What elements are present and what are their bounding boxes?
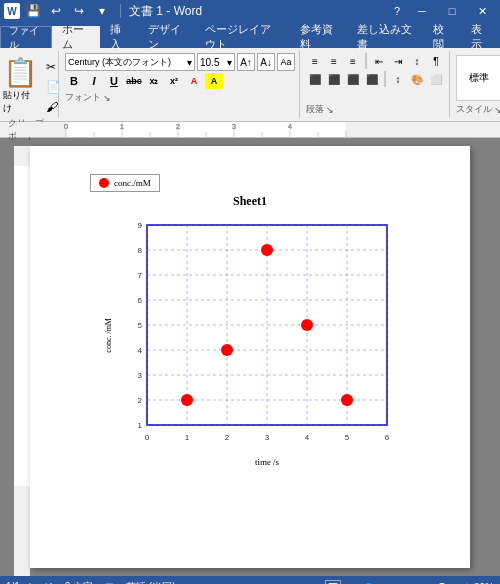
svg-text:2: 2 — [137, 396, 142, 405]
paste-button[interactable]: 📋 貼り付け — [0, 57, 42, 117]
style-normal-button[interactable]: 標準 — [456, 55, 500, 101]
page[interactable]: conc./mM Sheet1 conc. /mM — [30, 146, 470, 568]
svg-text:4: 4 — [304, 433, 309, 442]
sort-button[interactable]: ↕ — [408, 53, 426, 69]
svg-text:1: 1 — [184, 433, 189, 442]
help-button[interactable]: ? — [394, 5, 400, 17]
shrink-font-button[interactable]: A↓ — [257, 53, 275, 71]
chart-container: Sheet1 conc. /mM — [60, 194, 440, 467]
paragraph-label-row: 段落 ↘ — [306, 103, 445, 116]
tab-insert[interactable]: 挿入 — [100, 26, 139, 48]
tab-review[interactable]: 校閲 — [423, 26, 462, 48]
status-right: ⬜ 📖 🌐 ─ + 80% — [325, 579, 494, 584]
bold-button[interactable]: B — [65, 73, 83, 89]
redo-qa-button[interactable]: ↪ — [69, 2, 89, 20]
show-formatting-button[interactable]: ¶ — [427, 53, 445, 69]
title-bar-left: W 💾 ↩ ↪ ▾ 文書 1 - Word — [4, 2, 202, 20]
paragraph-row1: ≡ ≡ ≡ ⇤ ⇥ ↕ ¶ — [306, 53, 445, 69]
data-point-1 — [181, 394, 193, 406]
line-spacing-button[interactable]: ↕ — [389, 71, 407, 87]
svg-text:8: 8 — [137, 246, 142, 255]
grow-font-button[interactable]: A↑ — [237, 53, 255, 71]
ruler-svg: 0 1 2 3 4 — [16, 122, 500, 138]
bullet-list-button[interactable]: ≡ — [306, 53, 324, 69]
minimize-button[interactable]: ─ — [408, 0, 436, 22]
justify-button[interactable]: ⬛ — [363, 71, 381, 87]
vruler-svg — [14, 146, 30, 576]
legend-dot — [99, 178, 109, 188]
text-color-button[interactable]: A — [185, 73, 203, 89]
font-size-arrow: ▾ — [227, 57, 232, 68]
align-left-button[interactable]: ⬛ — [306, 71, 324, 87]
language-indicator: 英語 (米国) — [126, 580, 175, 584]
y-axis-label: conc. /mM — [104, 318, 113, 353]
tab-design[interactable]: デザイン — [138, 26, 195, 48]
numbered-list-button[interactable]: ≡ — [325, 53, 343, 69]
page-indicator: 1/1 ページ — [6, 580, 53, 584]
svg-text:3: 3 — [232, 123, 236, 130]
save-qa-button[interactable]: 💾 — [23, 2, 43, 20]
align-right-button[interactable]: ⬛ — [344, 71, 362, 87]
font-size-combo[interactable]: 10.5 ▾ — [197, 53, 235, 71]
svg-text:7: 7 — [137, 271, 142, 280]
svg-text:1: 1 — [137, 421, 142, 430]
tab-layout[interactable]: ページレイアウト — [195, 26, 289, 48]
chart-svg: 9 8 7 6 5 4 3 2 1 0 1 2 3 4 5 — [117, 215, 397, 455]
italic-button[interactable]: I — [85, 73, 103, 89]
underline-button[interactable]: U — [105, 73, 123, 89]
align-center-button[interactable]: ⬛ — [325, 71, 343, 87]
restore-button[interactable]: □ — [438, 0, 466, 22]
clipboard-group: 📋 貼り付け ✂ 📄 🖌 クリップボード ↘ — [4, 51, 59, 118]
tab-references[interactable]: 参考資料 — [290, 26, 347, 48]
svg-text:2: 2 — [224, 433, 229, 442]
font-group: Century (本文のフォント) ▾ 10.5 ▾ A↑ A↓ Aa B I … — [61, 51, 300, 118]
styles-expand-icon[interactable]: ↘ — [494, 105, 500, 115]
clear-format-button[interactable]: Aa — [277, 53, 295, 71]
data-point-5 — [341, 394, 353, 406]
shading-button[interactable]: 🎨 — [408, 71, 426, 87]
decrease-indent-button[interactable]: ⇤ — [370, 53, 388, 69]
svg-text:6: 6 — [137, 296, 142, 305]
svg-text:2: 2 — [176, 123, 180, 130]
separator1 — [365, 53, 367, 69]
font-row1: Century (本文のフォント) ▾ 10.5 ▾ A↑ A↓ Aa — [65, 53, 295, 71]
svg-text:9: 9 — [137, 221, 142, 230]
clipboard-content: 📋 貼り付け ✂ 📄 🖌 — [0, 53, 63, 117]
tab-view[interactable]: 表示 — [461, 26, 500, 48]
border-button[interactable]: ⬜ — [427, 71, 445, 87]
strikethrough-button[interactable]: abc — [125, 73, 143, 89]
ribbon: 📋 貼り付け ✂ 📄 🖌 クリップボード ↘ Century (本文のフォント)… — [0, 48, 500, 122]
svg-text:5: 5 — [344, 433, 349, 442]
window-controls: ─ □ ✕ — [408, 0, 496, 22]
chart-area: conc. /mM — [104, 215, 397, 455]
svg-text:6: 6 — [384, 433, 389, 442]
styles-label-row: スタイル ↘ — [456, 103, 500, 116]
read-view-button[interactable]: 📖 — [343, 580, 359, 584]
document-area: conc./mM Sheet1 conc. /mM — [0, 138, 500, 576]
font-name-combo[interactable]: Century (本文のフォント) ▾ — [65, 53, 195, 71]
font-label-row: フォント ↘ — [65, 91, 295, 104]
print-view-button[interactable]: ⬜ — [325, 580, 341, 584]
multilevel-list-button[interactable]: ≡ — [344, 53, 362, 69]
window-title: 文書 1 - Word — [129, 3, 202, 20]
zoom-minus-button[interactable]: ─ — [387, 579, 397, 584]
paragraph-row2: ⬛ ⬛ ⬛ ⬛ ↕ 🎨 ⬜ — [306, 71, 445, 87]
close-button[interactable]: ✕ — [468, 0, 496, 22]
data-point-3 — [261, 244, 273, 256]
status-left: 1/1 ページ 0 文字 ☑ 英語 (米国) — [6, 580, 175, 584]
highlight-button[interactable]: A — [205, 73, 223, 89]
superscript-button[interactable]: x² — [165, 73, 183, 89]
zoom-plus-button[interactable]: + — [463, 579, 471, 584]
subscript-button[interactable]: x₂ — [145, 73, 163, 89]
increase-indent-button[interactable]: ⇥ — [389, 53, 407, 69]
undo-qa-button[interactable]: ↩ — [46, 2, 66, 20]
font-combo-arrow: ▾ — [187, 57, 192, 68]
svg-text:4: 4 — [288, 123, 292, 130]
more-qa-button[interactable]: ▾ — [92, 2, 112, 20]
web-view-button[interactable]: 🌐 — [361, 580, 377, 584]
font-expand-icon[interactable]: ↘ — [103, 93, 111, 103]
tab-file[interactable]: ファイル — [0, 26, 52, 48]
tab-mailings[interactable]: 差し込み文書 — [347, 26, 423, 48]
tab-home[interactable]: ホーム — [52, 26, 100, 48]
paragraph-expand-icon[interactable]: ↘ — [326, 105, 334, 115]
